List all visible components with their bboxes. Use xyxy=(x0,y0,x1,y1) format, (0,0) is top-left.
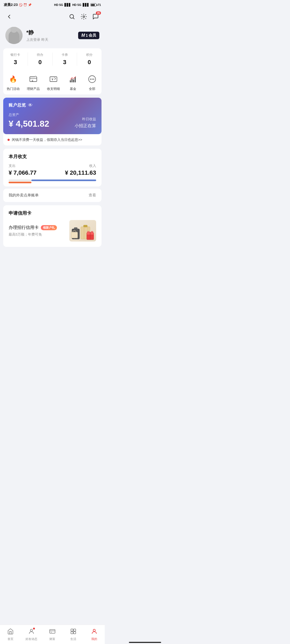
member-icon: M xyxy=(81,33,85,38)
income-progress xyxy=(31,180,96,181)
battery-icon xyxy=(90,3,96,6)
stat-points[interactable]: 积分 0 xyxy=(77,53,102,66)
svg-text:¥: ¥ xyxy=(51,78,53,81)
stat-pending-label: 待办 xyxy=(28,53,52,57)
all-label: 全部 xyxy=(89,87,95,91)
income-label: 收入 xyxy=(65,163,96,168)
svg-rect-8 xyxy=(71,79,73,82)
stat-coupon-label: 卡券 xyxy=(53,53,77,57)
overview-title: 账户总览 xyxy=(9,103,26,108)
message-count-badge: 35 xyxy=(96,11,101,15)
income-expense-label: 收支明细 xyxy=(47,87,60,91)
top-nav: 35 xyxy=(0,10,105,24)
back-button[interactable] xyxy=(4,12,14,21)
total-value: ¥ 4,501.82 xyxy=(9,119,49,129)
credit-card-image xyxy=(69,220,96,241)
account-overview: 账户总览 👁 总资产 ¥ 4,501.82 昨日收益 小招正在算 xyxy=(3,98,102,134)
finance-product-icon: ¥ xyxy=(27,73,39,85)
takeout-row[interactable]: 我的外卖点单账单 查看 xyxy=(3,189,102,202)
monthly-section: 本月收支 支出 ¥ 7,066.77 收入 ¥ 20,111.63 xyxy=(3,149,102,186)
stat-pending[interactable]: 待办 0 xyxy=(28,53,53,66)
stat-coupon-value: 3 xyxy=(53,59,77,66)
credit-sub-text: 最高5万额；年费可免 xyxy=(9,232,69,237)
signal-icon-2: ▋▋▋ xyxy=(83,3,89,7)
stat-pending-value: 0 xyxy=(28,59,52,66)
svg-rect-20 xyxy=(84,225,87,227)
menu-all[interactable]: 全部 xyxy=(86,73,98,91)
svg-rect-2 xyxy=(30,77,37,82)
svg-rect-4 xyxy=(35,76,36,77)
quick-menu: 🔥 热门活动 ¥ 理财产品 ¥ 收支明细 xyxy=(3,69,102,94)
svg-rect-26 xyxy=(71,232,78,238)
fund-icon xyxy=(67,73,79,85)
member-badge[interactable]: M 1 会员 xyxy=(78,32,99,39)
takeout-label: 我的外卖点单账单 xyxy=(9,193,39,198)
svg-point-14 xyxy=(93,79,94,80)
hot-activity-icon: 🔥 xyxy=(7,73,19,85)
status-bar: 凌晨2:23 🚫 ⏰ 📌 HD 5G ▋▋▋ HD 5G ▋▋▋ 71 xyxy=(0,0,105,10)
income-value: ¥ 20,111.63 xyxy=(65,169,96,176)
member-text: 会员 xyxy=(89,33,96,38)
monthly-title: 本月收支 xyxy=(9,153,96,160)
notice-bar[interactable]: 闲钱不浪费一天收益，假期存入当日也起息>> xyxy=(3,134,102,145)
menu-finance-product[interactable]: ¥ 理财产品 xyxy=(27,73,40,91)
settings-button[interactable] xyxy=(79,12,89,21)
hot-activity-label: 热门活动 xyxy=(7,87,20,91)
status-time: 凌晨2:23 xyxy=(4,2,18,7)
menu-hot-activity[interactable]: 🔥 热门活动 xyxy=(7,73,20,91)
eye-icon[interactable]: 👁 xyxy=(28,103,33,108)
income-expense-icon: ¥ xyxy=(48,73,59,85)
stat-points-label: 积分 xyxy=(77,53,102,57)
notice-text: 闲钱不浪费一天收益，假期存入当日也起息>> xyxy=(12,137,82,142)
svg-point-1 xyxy=(83,16,85,17)
notice-dot xyxy=(8,139,10,141)
stat-bank-card-value: 3 xyxy=(3,59,28,66)
svg-point-12 xyxy=(90,79,91,80)
network-hd5g-2: HD 5G xyxy=(72,3,81,6)
expense-label: 支出 xyxy=(9,163,37,168)
credit-section: 申请信用卡 办理招行信用卡 领新户礼 最高5万额；年费可免 xyxy=(3,205,102,247)
svg-rect-9 xyxy=(73,79,74,82)
finance-product-label: 理财产品 xyxy=(27,87,40,91)
username: *静 xyxy=(26,29,48,36)
svg-point-13 xyxy=(92,79,93,80)
expense-progress xyxy=(9,182,31,183)
stats-row: 银行卡 3 待办 0 卡券 3 积分 0 xyxy=(3,48,102,69)
member-number: 1 xyxy=(86,33,88,38)
message-button[interactable]: 35 xyxy=(91,12,100,21)
battery-percent: 71 xyxy=(98,3,101,6)
expense-value: ¥ 7,066.77 xyxy=(9,169,37,176)
svg-rect-10 xyxy=(75,77,76,82)
all-icon xyxy=(86,73,98,85)
search-button[interactable] xyxy=(67,12,77,21)
new-user-badge: 领新户礼 xyxy=(41,225,57,230)
menu-income-expense[interactable]: ¥ 收支明细 xyxy=(47,73,60,91)
profile-section: *静 上次登录 昨天 M 1 会员 xyxy=(0,24,105,48)
yesterday-label: 昨日收益 xyxy=(75,117,96,122)
stat-points-value: 0 xyxy=(77,59,102,66)
svg-rect-7 xyxy=(70,80,71,82)
svg-rect-5 xyxy=(50,77,57,82)
network-hd5g: HD 5G xyxy=(54,3,63,6)
takeout-view-link[interactable]: 查看 xyxy=(89,193,96,198)
menu-fund[interactable]: 基金 xyxy=(67,73,79,91)
credit-card-name: 办理招行信用卡 xyxy=(9,225,39,230)
total-label: 总资产 xyxy=(9,112,49,117)
calculating-text: 小招正在算 xyxy=(75,123,96,129)
stat-bank-card-label: 银行卡 xyxy=(3,53,28,57)
fund-label: 基金 xyxy=(70,87,76,91)
signal-icon: ▋▋▋ xyxy=(64,3,71,7)
last-login: 上次登录 昨天 xyxy=(26,37,48,42)
status-icons: 🚫 ⏰ 📌 xyxy=(19,3,32,7)
monthly-progress-bar xyxy=(9,180,96,181)
avatar[interactable] xyxy=(5,27,23,44)
credit-title: 申请信用卡 xyxy=(9,210,96,216)
svg-text:¥: ¥ xyxy=(31,79,33,82)
stat-coupon[interactable]: 卡券 3 xyxy=(53,53,77,66)
stat-bank-card[interactable]: 银行卡 3 xyxy=(3,53,28,66)
